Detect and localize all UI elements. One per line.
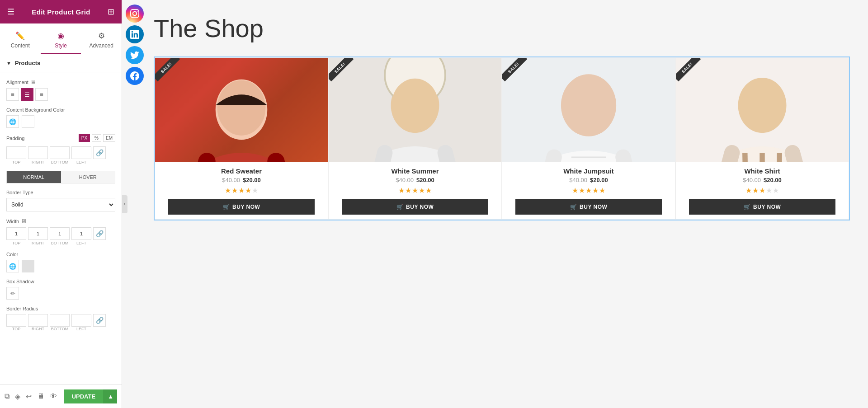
width-right-input[interactable] [28,227,48,240]
normal-toggle-btn[interactable]: NORMAL [7,171,61,183]
buy-btn-3[interactable]: 🛒 BUY NOW [515,199,662,215]
align-left-btn[interactable]: ≡ [6,88,19,101]
color-swatch[interactable] [22,115,34,128]
padding-sub-labels: TOP RIGHT BOTTOM LEFT [6,160,115,164]
footer-icons: ⧉ ◈ ↩ 🖥 👁 [5,392,57,401]
hamburger-icon[interactable]: ☰ [7,7,14,17]
facebook-btn[interactable] [126,67,144,85]
price-original-2: $40.00 [396,177,414,183]
br-link-btn[interactable]: 🔗 [93,314,106,327]
align-center-btn[interactable]: ☰ [21,88,33,101]
width-monitor-icon: 🖥 [21,218,27,225]
undo-icon[interactable]: ↩ [26,392,32,401]
buy-btn-1[interactable]: 🛒 BUY NOW [168,199,315,215]
product-image-wrap-2 [329,58,501,162]
products-section-header[interactable]: ▼ Products [0,54,122,72]
padding-right-input[interactable] [28,146,48,159]
tab-advanced[interactable]: ⚙ Advanced [81,23,122,54]
update-arrow-button[interactable]: ▲ [104,389,117,403]
layers-icon[interactable]: ⧉ [5,392,9,401]
product-image-wrap-1 [155,58,328,162]
tab-content[interactable]: ✏️ Content [0,23,41,54]
advanced-tab-label: Advanced [89,42,113,49]
price-sale-4: $20.00 [764,177,782,183]
sale-badge-2 [329,58,356,85]
shapes-icon[interactable]: ◈ [15,392,20,401]
tab-style[interactable]: ◉ Style [41,23,81,54]
cart-icon-4: 🛒 [744,204,751,210]
style-tab-icon: ◉ [57,31,64,41]
linkedin-btn[interactable] [126,25,144,43]
width-top-input[interactable] [6,227,26,240]
color-field-globe-btn[interactable]: 🌐 [6,260,19,272]
br-right-input[interactable] [28,314,48,327]
box-shadow-inputs: ✏ [6,287,115,300]
br-top-input[interactable] [6,314,26,327]
color-field-label: Color [6,252,115,257]
br-bottom-input[interactable] [50,314,70,327]
product-card-2: White Summer $40.00 $20.00 ★★★★★ 🛒 BUY N… [328,57,502,220]
eye-icon[interactable]: 👁 [50,392,57,401]
padding-row: Padding PX % EM 🔗 TOP RIGHT BOTTOM LEF [6,134,115,164]
panel-header: ☰ Edit Product Grid ⊞ [0,0,122,23]
collapse-handle[interactable]: ‹ [122,195,127,213]
border-type-label: Border Type [6,190,115,195]
product-card-4: White Shirt $40.00 $20.00 ★★★★★ 🛒 BUY NO… [675,57,849,220]
alignment-label: Alignment 🖥 [6,79,115,85]
unit-px-btn[interactable]: PX [79,134,90,142]
product-image-wrap-3 [502,58,675,162]
width-bottom-input[interactable] [50,227,70,240]
grid-icon[interactable]: ⊞ [108,7,114,17]
padding-link-btn[interactable]: 🔗 [93,146,106,159]
panel-title: Edit Product Grid [32,8,90,16]
instagram-btn[interactable] [126,5,144,23]
box-shadow-row: Box Shadow ✏ [6,279,115,300]
svg-point-6 [392,79,438,131]
content-tab-icon: ✏️ [15,31,25,41]
width-inputs: 🔗 [6,227,115,240]
padding-left-input[interactable] [71,146,91,159]
padding-label: Padding [6,136,24,141]
buy-btn-4[interactable]: 🛒 BUY NOW [689,199,836,215]
monitor-footer-icon[interactable]: 🖥 [37,392,44,401]
align-right-btn[interactable]: ≡ [35,88,48,101]
unit-em-btn[interactable]: EM [103,134,115,142]
price-original-1: $40.00 [222,177,240,183]
color-globe-btn[interactable]: 🌐 [6,115,19,128]
svg-point-2 [217,80,266,136]
width-left-input[interactable] [71,227,91,240]
product-image-wrap-4 [676,58,849,162]
stars-3: ★★★★★ [572,186,606,195]
br-sub-labels: TOP RIGHT BOTTOM LEFT [6,327,115,331]
align-buttons: ≡ ☰ ≡ [6,88,115,101]
padding-inputs: 🔗 [6,146,115,159]
twitter-btn[interactable] [126,46,144,64]
update-btn-group: UPDATE ▲ [64,389,117,403]
border-radius-label: Border Radius [6,306,115,311]
price-sale-2: $20.00 [416,177,434,183]
color-field-swatch[interactable] [22,260,34,272]
stars-4: ★★★★★ [745,186,779,195]
svg-point-8 [561,74,616,136]
cart-icon-2: 🛒 [396,204,404,210]
border-type-select[interactable]: Solid None Dashed Dotted Double [6,198,115,211]
unit-percent-btn[interactable]: % [92,134,101,142]
box-shadow-edit-btn[interactable]: ✏ [6,287,19,300]
hover-toggle-row: NORMAL HOVER [6,171,115,183]
product-name-4: White Shirt [744,167,780,175]
content-bg-color-label: Content Background Color [6,107,115,113]
product-prices-1: $40.00 $20.00 [222,177,261,183]
unit-buttons: PX % EM [79,134,115,142]
product-name-1: Red Sweater [221,167,262,175]
width-link-btn[interactable]: 🔗 [93,227,106,240]
stars-2: ★★★★★ [398,186,432,195]
price-sale-3: $20.00 [590,177,608,183]
buy-btn-2[interactable]: 🛒 BUY NOW [342,199,489,215]
padding-bottom-input[interactable] [50,146,70,159]
update-button[interactable]: UPDATE [64,389,104,403]
width-row: Width 🖥 🔗 TOP RIGHT BOTTOM LEFT [6,218,115,245]
padding-top-input[interactable] [6,146,26,159]
hover-toggle-btn[interactable]: HOVER [61,171,115,183]
br-left-input[interactable] [71,314,91,327]
product-card-1: Red Sweater $40.00 $20.00 ★★★★★ 🛒 BUY NO… [155,57,328,220]
